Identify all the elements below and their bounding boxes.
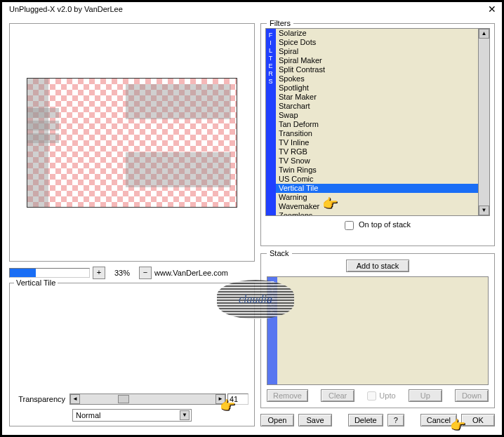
cancel-button[interactable]: Cancel <box>420 414 457 426</box>
filter-list[interactable]: SolarizeSpice DotsSpiralSpiral MakerSpli… <box>276 29 478 215</box>
tile-overlay <box>27 108 59 118</box>
zoom-in-button[interactable]: + <box>93 267 105 279</box>
filter-item[interactable]: TV RGB <box>276 147 478 156</box>
zoom-progress[interactable] <box>9 268 90 278</box>
filter-item[interactable]: Star Maker <box>276 93 478 102</box>
ok-button[interactable]: OK <box>461 414 495 426</box>
delete-button[interactable]: Delete <box>348 414 383 426</box>
on-top-input[interactable] <box>345 221 354 230</box>
upto-label: Upto <box>379 391 395 400</box>
stack-legend: Stack <box>267 249 292 257</box>
clear-button[interactable]: Clear <box>321 389 354 402</box>
filter-item[interactable]: Transition <box>276 129 478 138</box>
filter-item[interactable]: Tan Deform <box>276 120 478 129</box>
vendor-url[interactable]: www.VanDerLee.com <box>154 269 255 277</box>
settings-group: Vertical Tile Transparency ◄ ► Normal ▼ <box>9 283 255 426</box>
tile-overlay <box>126 152 231 187</box>
down-button[interactable]: Down <box>455 389 489 402</box>
transparency-label: Transparency <box>15 395 68 403</box>
open-button[interactable]: Open <box>260 414 294 426</box>
stack-list[interactable]: STACK <box>267 276 489 385</box>
filter-item[interactable]: Spokes <box>276 74 478 83</box>
filter-item[interactable]: TV Snow <box>276 156 478 166</box>
filter-item[interactable]: Swap <box>276 111 478 120</box>
filter-item[interactable]: Solarize <box>276 29 478 38</box>
filters-group: Filters FILTERS SolarizeSpice DotsSpiral… <box>260 23 495 246</box>
window: UnPlugged-X v2.0 by VanDerLee ✕ + 33% <box>0 0 504 437</box>
save-button[interactable]: Save <box>298 414 332 426</box>
preview-frame <box>9 23 255 262</box>
blend-mode-select[interactable]: Normal ▼ <box>72 409 192 422</box>
scroll-up-icon[interactable]: ▲ <box>479 29 489 39</box>
zoom-percent: 33% <box>108 269 136 277</box>
preview-image <box>27 78 237 208</box>
stack-group: Stack Add to stack STACK Remove Clear Up… <box>260 253 495 408</box>
filter-item[interactable]: Vertical Tile <box>276 184 478 193</box>
settings-legend: Vertical Tile <box>14 278 58 287</box>
left-panel: + 33% − www.VanDerLee.com Vertical Tile … <box>9 16 255 426</box>
blend-mode-row: Normal ▼ <box>15 409 248 422</box>
filters-scrollbar[interactable]: ▲ ▼ <box>478 29 489 215</box>
filter-item[interactable]: Wavemaker <box>276 202 478 211</box>
on-top-checkbox[interactable]: On top of stack <box>345 220 411 229</box>
blend-mode-value: Normal <box>76 411 100 419</box>
close-icon[interactable]: ✕ <box>488 4 496 15</box>
filter-item[interactable]: Split Contrast <box>276 65 478 74</box>
filter-item[interactable]: Warning <box>276 193 478 202</box>
help-button[interactable]: ? <box>387 414 404 426</box>
upto-input[interactable] <box>367 391 376 401</box>
tile-overlay <box>126 84 231 119</box>
stack-body <box>277 277 488 384</box>
filter-item[interactable]: Spiral <box>276 47 478 56</box>
zoom-row: + 33% − www.VanDerLee.com <box>9 266 255 280</box>
tile-overlay <box>27 133 59 143</box>
filter-item[interactable]: Zoomlens <box>276 211 478 215</box>
chevron-down-icon[interactable]: ▼ <box>180 410 190 420</box>
transparency-slider[interactable]: ◄ ► <box>69 394 226 405</box>
on-top-label: On top of stack <box>359 220 411 229</box>
slider-thumb[interactable] <box>118 395 129 403</box>
filters-legend: Filters <box>267 19 293 27</box>
content: + 33% − www.VanDerLee.com Vertical Tile … <box>2 16 502 433</box>
titlebar: UnPlugged-X v2.0 by VanDerLee ✕ <box>2 2 502 16</box>
filter-item[interactable]: TV Inline <box>276 138 478 147</box>
filter-list-wrap: FILTERS SolarizeSpice DotsSpiralSpiral M… <box>265 28 490 216</box>
tile-overlay <box>27 121 59 130</box>
up-button[interactable]: Up <box>409 389 442 402</box>
filters-tab[interactable]: FILTERS <box>266 29 276 215</box>
add-to-stack-button[interactable]: Add to stack <box>346 260 410 272</box>
stack-tab[interactable]: STACK <box>267 277 277 384</box>
on-top-row: On top of stack <box>265 220 490 230</box>
filter-item[interactable]: Spotlight <box>276 83 478 93</box>
zoom-out-button[interactable]: − <box>139 267 152 279</box>
transparency-input[interactable] <box>227 394 248 405</box>
dialog-buttons: Open Save Delete ? Cancel OK <box>260 414 495 426</box>
filter-item[interactable]: Spiral Maker <box>276 56 478 65</box>
transparency-row: Transparency ◄ ► <box>15 394 248 405</box>
filter-item[interactable]: Starchart <box>276 102 478 111</box>
remove-button[interactable]: Remove <box>267 389 308 402</box>
scroll-down-icon[interactable]: ▼ <box>479 206 489 215</box>
right-panel: Filters FILTERS SolarizeSpice DotsSpiral… <box>260 16 495 426</box>
stack-buttons: Remove Clear Upto Up Down <box>267 389 489 402</box>
scroll-left-icon[interactable]: ◄ <box>70 394 80 404</box>
filter-item[interactable]: US Comic <box>276 175 478 184</box>
scroll-right-icon[interactable]: ► <box>215 394 225 404</box>
filter-item[interactable]: Spice Dots <box>276 38 478 47</box>
upto-checkbox[interactable]: Upto <box>367 389 395 402</box>
filter-item[interactable]: Twin Rings <box>276 166 478 175</box>
window-title: UnPlugged-X v2.0 by VanDerLee <box>9 5 123 13</box>
